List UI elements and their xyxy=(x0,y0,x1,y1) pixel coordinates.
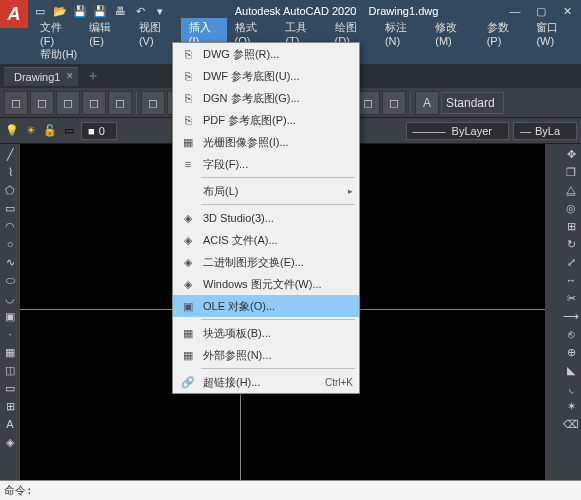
mirror-tool-icon[interactable]: ⧋ xyxy=(563,182,579,198)
insert-menu-dropdown: ⎘DWG 参照(R)... ⎘DWF 参考底图(U)... ⎘DGN 参考底图(… xyxy=(172,42,360,394)
dd-separator xyxy=(201,368,355,369)
offset-tool-icon[interactable]: ◎ xyxy=(563,200,579,216)
gradient-tool-icon[interactable]: ◫ xyxy=(2,362,18,378)
rb-icon[interactable]: ◻ xyxy=(141,91,165,115)
layer-combo[interactable]: ■ 0 xyxy=(81,122,117,140)
explode-tool-icon[interactable]: ✶ xyxy=(563,398,579,414)
acis-icon: ◈ xyxy=(179,232,197,248)
menu-edit[interactable]: 编辑(E) xyxy=(81,18,131,49)
menu-param[interactable]: 参数(P) xyxy=(479,18,529,49)
arc-tool-icon[interactable]: ◠ xyxy=(2,218,18,234)
ellipse-tool-icon[interactable]: ⬭ xyxy=(2,272,18,288)
wmf-icon: ◈ xyxy=(179,276,197,292)
dd-raster-ref[interactable]: ▦光栅图像参照(I)... xyxy=(173,131,359,153)
app-logo[interactable]: A xyxy=(0,0,28,28)
dd-dgn-ref[interactable]: ⎘DGN 参考底图(G)... xyxy=(173,87,359,109)
rb-icon[interactable]: ◻ xyxy=(30,91,54,115)
cmd-hist-line: 命令: xyxy=(4,483,577,498)
break-tool-icon[interactable]: ⎋ xyxy=(563,326,579,342)
dd-field[interactable]: ≡字段(F)... xyxy=(173,153,359,175)
window-title: Autodesk AutoCAD 2020 Drawing1.dwg xyxy=(168,5,505,17)
dd-dwf-ref[interactable]: ⎘DWF 参考底图(U)... xyxy=(173,65,359,87)
xref-icon: ▦ xyxy=(179,347,197,363)
move-tool-icon[interactable]: ✥ xyxy=(563,146,579,162)
rect-tool-icon[interactable]: ▭ xyxy=(2,200,18,216)
command-history: 命令: 命令: _insertobj xyxy=(0,481,581,500)
dd-pdf-ref[interactable]: ⎘PDF 参考底图(P)... xyxy=(173,109,359,131)
rb-icon[interactable]: ◻ xyxy=(4,91,28,115)
point-tool-icon[interactable]: · xyxy=(2,326,18,342)
print-layer-icon[interactable]: ▭ xyxy=(61,123,77,139)
doc-tab-add-button[interactable]: ＋ xyxy=(86,67,100,85)
array-tool-icon[interactable]: ⊞ xyxy=(563,218,579,234)
stretch-tool-icon[interactable]: ↔ xyxy=(563,272,579,288)
command-panel: 命令: 命令: _insertobj ▸ 键入命令 xyxy=(0,480,581,500)
copy-tool-icon[interactable]: ❐ xyxy=(563,164,579,180)
dd-3dstudio[interactable]: ◈3D Studio(3)... xyxy=(173,207,359,229)
rb-text-a-icon[interactable]: A xyxy=(415,91,439,115)
linetype-combo[interactable]: ——— ByLayer xyxy=(406,122,509,140)
doc-tab-close-icon[interactable]: ✕ xyxy=(66,71,74,81)
rotate-tool-icon[interactable]: ↻ xyxy=(563,236,579,252)
block-tool-icon[interactable]: ▣ xyxy=(2,308,18,324)
erase-tool-icon[interactable]: ⌫ xyxy=(563,416,579,432)
rb-icon[interactable]: ◻ xyxy=(56,91,80,115)
region-tool-icon[interactable]: ▭ xyxy=(2,380,18,396)
draw-toolbar: ╱ ⌇ ⬠ ▭ ◠ ○ ∿ ⬭ ◡ ▣ · ▦ ◫ ▭ ⊞ A ◈ xyxy=(0,144,20,480)
join-tool-icon[interactable]: ⊕ xyxy=(563,344,579,360)
vertical-scrollbar[interactable] xyxy=(545,144,561,480)
line-tool-icon[interactable]: ╱ xyxy=(2,146,18,162)
polygon-tool-icon[interactable]: ⬠ xyxy=(2,182,18,198)
dd-separator xyxy=(201,177,355,178)
bulb-icon[interactable]: 💡 xyxy=(4,123,20,139)
dd-xref[interactable]: ▦外部参照(N)... xyxy=(173,344,359,366)
dd-separator xyxy=(201,204,355,205)
dd-separator xyxy=(201,319,355,320)
dd-wmf[interactable]: ◈Windows 图元文件(W)... xyxy=(173,273,359,295)
dd-binary-dxf[interactable]: ◈二进制图形交换(E)... xyxy=(173,251,359,273)
dd-ole-object[interactable]: ▣OLE 对象(O)... xyxy=(173,295,359,317)
sun-icon[interactable]: ☀ xyxy=(23,123,39,139)
hatch-tool-icon[interactable]: ▦ xyxy=(2,344,18,360)
rb-icon[interactable]: ◻ xyxy=(382,91,406,115)
addselected-tool-icon[interactable]: ◈ xyxy=(2,434,18,450)
circle-tool-icon[interactable]: ○ xyxy=(2,236,18,252)
field-icon: ≡ xyxy=(179,156,197,172)
rb-icon[interactable]: ◻ xyxy=(82,91,106,115)
dd-dwg-ref[interactable]: ⎘DWG 参照(R)... xyxy=(173,43,359,65)
menu-modify[interactable]: 修改(M) xyxy=(427,18,478,49)
text-style-combo[interactable]: Standard xyxy=(441,92,504,114)
fillet-tool-icon[interactable]: ◟ xyxy=(563,380,579,396)
lock-icon[interactable]: 🔓 xyxy=(42,123,58,139)
dd-block-palette[interactable]: ▦块选项板(B)... xyxy=(173,322,359,344)
polyline-tool-icon[interactable]: ⌇ xyxy=(2,164,18,180)
rb-icon[interactable]: ◻ xyxy=(108,91,132,115)
dd-acis[interactable]: ◈ACIS 文件(A)... xyxy=(173,229,359,251)
menu-help[interactable]: 帮助(H) xyxy=(32,45,85,64)
trim-tool-icon[interactable]: ✂ xyxy=(563,290,579,306)
scale-tool-icon[interactable]: ⤢ xyxy=(563,254,579,270)
lineweight-combo[interactable]: — ByLa xyxy=(513,122,577,140)
menu-dim[interactable]: 标注(N) xyxy=(377,18,427,49)
ellipse-arc-tool-icon[interactable]: ◡ xyxy=(2,290,18,306)
pdf-icon: ⎘ xyxy=(179,112,197,128)
spline-tool-icon[interactable]: ∿ xyxy=(2,254,18,270)
raster-icon: ▦ xyxy=(179,134,197,150)
app-name: Autodesk AutoCAD 2020 xyxy=(235,5,357,17)
extend-tool-icon[interactable]: ⟶ xyxy=(563,308,579,324)
dd-hyperlink[interactable]: 🔗超链接(H)...Ctrl+K xyxy=(173,371,359,393)
dwg-icon: ⎘ xyxy=(179,46,197,62)
text-tool-icon[interactable]: A xyxy=(2,416,18,432)
submenu-arrow-icon: ▸ xyxy=(348,186,353,196)
dgn-icon: ⎘ xyxy=(179,90,197,106)
ribbon-separator xyxy=(410,92,411,114)
doc-tab[interactable]: Drawing1 ✕ xyxy=(4,67,78,86)
menu-window[interactable]: 窗口(W) xyxy=(528,18,581,49)
table-tool-icon[interactable]: ⊞ xyxy=(2,398,18,414)
link-icon: 🔗 xyxy=(179,374,197,390)
shortcut-text: Ctrl+K xyxy=(325,377,353,388)
menubar: 文件(F) 编辑(E) 视图(V) 插入(I) 格式(O) 工具(T) 绘图(D… xyxy=(0,22,581,44)
dd-layout[interactable]: 布局(L)▸ xyxy=(173,180,359,202)
chamfer-tool-icon[interactable]: ◣ xyxy=(563,362,579,378)
ole-icon: ▣ xyxy=(179,298,197,314)
